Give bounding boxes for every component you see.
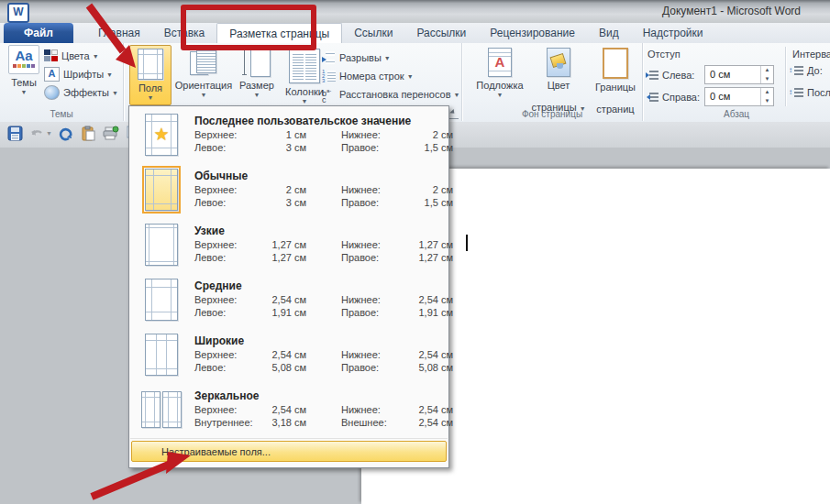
paste-button[interactable]	[81, 126, 96, 141]
theme-colors-icon	[44, 49, 58, 62]
chevron-down-icon: ▼	[302, 99, 308, 104]
tab-mailings[interactable]: Рассылки	[404, 23, 478, 43]
breaks-icon	[322, 51, 336, 64]
indent-left-label: Слева:	[662, 70, 704, 81]
columns-button[interactable]: Колонки ▼	[282, 45, 327, 104]
group-paragraph: Отступ Слева: 0 см ▲▼ Справа: 0 см ▲▼	[643, 43, 830, 121]
line-numbers-icon: 123	[322, 70, 336, 82]
theme-colors-button[interactable]: Цвета ▼	[44, 47, 118, 65]
tab-view[interactable]: Вид	[587, 23, 631, 43]
word-app-icon: W	[7, 3, 29, 23]
size-icon	[244, 48, 270, 77]
indent-right-input[interactable]: 0 см ▲▼	[704, 87, 774, 106]
chevron-down-icon: ▼	[93, 54, 99, 60]
theme-fonts-icon: A	[44, 67, 60, 82]
window-title: Документ1 - Microsoft Word	[662, 5, 801, 17]
theme-fonts-button[interactable]: A Шрифты ▼	[44, 65, 118, 83]
margins-moderate-icon	[145, 279, 178, 321]
indent-right-label: Справа:	[662, 92, 704, 103]
group-label-page-background: Фон страницы	[462, 109, 642, 119]
text-cursor	[466, 235, 468, 251]
spacing-before-icon: ↕	[791, 65, 803, 76]
margins-last-custom-icon: ★	[145, 114, 178, 156]
theme-effects-button[interactable]: Эффекты ▼	[44, 83, 118, 102]
hyphenation-icon: ba-c	[322, 88, 336, 101]
indent-left-input[interactable]: 0 см ▲▼	[704, 65, 774, 84]
margins-dropdown-menu: ★ Последнее пользовательское значение Ве…	[128, 105, 449, 468]
menu-item-mirrored[interactable]: Зеркальное Верхнее:2,54 см Нижнее:2,54 с…	[129, 381, 448, 436]
size-button[interactable]: Размер ▼	[234, 45, 280, 98]
hyphenation-button[interactable]: ba-c Расстановка переносов ▼	[322, 85, 459, 104]
page-color-icon	[547, 48, 570, 77]
menu-item-normal[interactable]: Обычные Верхнее:2 см Нижнее:2 см Левое:3…	[129, 161, 448, 216]
star-icon: ★	[153, 123, 169, 144]
spacing-label: Интервал	[792, 49, 830, 60]
indent-label: Отступ	[647, 49, 681, 60]
spinner-arrows[interactable]: ▲▼	[760, 88, 773, 105]
columns-icon	[289, 49, 320, 83]
spacing-after-icon: ↕	[791, 87, 803, 98]
menu-item-last-custom[interactable]: ★ Последнее пользовательское значение Ве…	[129, 106, 448, 161]
orientation-icon	[190, 48, 217, 77]
chevron-down-icon[interactable]: ▼	[46, 130, 52, 137]
breaks-button[interactable]: Разрывы ▼	[322, 49, 459, 67]
line-numbers-button[interactable]: 123 Номера строк ▼	[322, 67, 459, 85]
margins-normal-icon	[145, 169, 178, 211]
tab-file[interactable]: Файл	[4, 23, 73, 43]
theme-effects-icon	[44, 85, 60, 100]
menu-separator	[130, 438, 448, 439]
margins-button[interactable]: Поля ▼	[129, 45, 172, 105]
tab-addins[interactable]: Надстройки	[631, 23, 715, 43]
themes-button[interactable]: Aa Темы ▼	[5, 45, 43, 95]
chevron-down-icon: ▼	[112, 91, 118, 96]
chevron-down-icon: ▼	[497, 93, 504, 98]
save-button[interactable]	[7, 126, 23, 141]
chevron-down-icon: ▼	[254, 93, 260, 98]
group-page-background: A Подложка ▼ Цвет страницы ▼ Границы стр…	[462, 43, 643, 121]
ribbon-tab-row: Файл Главная Вставка Разметка страницы С…	[0, 23, 830, 43]
annotation-box-page-layout-tab	[181, 5, 316, 50]
margins-narrow-icon	[145, 224, 178, 266]
chevron-down-icon: ▼	[407, 74, 414, 80]
chevron-down-icon: ▼	[384, 56, 391, 61]
orientation-button[interactable]: Ориентация ▼	[175, 45, 232, 98]
chevron-down-icon: ▼	[201, 93, 207, 98]
watermark-button[interactable]: A Подложка ▼	[473, 45, 526, 98]
chevron-down-icon: ▼	[148, 95, 154, 101]
margins-icon	[138, 49, 163, 80]
tab-references[interactable]: Ссылки	[342, 23, 404, 43]
redo-button[interactable]	[59, 126, 74, 141]
custom-margins-menu-item[interactable]: Настраиваемые поля...	[131, 441, 447, 462]
chevron-down-icon: ▼	[21, 90, 28, 95]
watermark-icon: A	[488, 48, 512, 77]
menu-item-moderate[interactable]: Средние Верхнее:2,54 см Нижнее:2,54 см Л…	[129, 271, 448, 326]
group-label-paragraph: Абзац	[643, 109, 830, 119]
spinner-arrows[interactable]: ▲▼	[760, 66, 773, 83]
indent-right-icon	[646, 92, 658, 103]
group-themes: Aa Темы ▼ Цвета ▼ A Шрифты	[0, 43, 124, 121]
spacing-after-label: После	[807, 87, 830, 98]
margins-wide-icon	[145, 334, 178, 376]
chevron-down-icon: ▼	[106, 72, 113, 78]
page-color-button[interactable]: Цвет страницы ▼	[530, 45, 587, 113]
tab-review[interactable]: Рецензирование	[478, 23, 587, 43]
page-borders-button[interactable]: Границы страниц	[591, 45, 640, 115]
group-label-themes: Темы	[0, 109, 123, 119]
spacing-before-label: До:	[807, 65, 823, 76]
undo-button[interactable]: ▼	[29, 126, 52, 141]
title-bar: W Документ1 - Microsoft Word	[0, 0, 830, 23]
themes-icon: Aa	[8, 45, 39, 74]
page-borders-icon	[603, 48, 628, 79]
chevron-down-icon: ▼	[453, 93, 459, 98]
menu-item-wide[interactable]: Широкие Верхнее:2,54 см Нижнее:2,54 см Л…	[129, 326, 448, 381]
quick-print-button[interactable]	[103, 126, 119, 141]
indent-left-icon	[646, 70, 658, 81]
menu-item-narrow[interactable]: Узкие Верхнее:1,27 см Нижнее:1,27 см Лев…	[129, 216, 448, 271]
margins-mirrored-icon	[141, 391, 182, 428]
tab-home[interactable]: Главная	[86, 23, 152, 43]
